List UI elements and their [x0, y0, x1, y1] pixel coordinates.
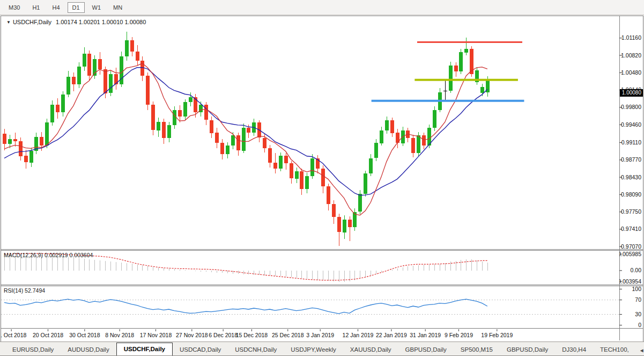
candle-body — [220, 143, 224, 154]
candle-body — [8, 139, 12, 144]
tab-usdcnh-daily[interactable]: USDCNH,Daily — [228, 344, 284, 355]
candle-body — [215, 133, 219, 143]
candles-layer — [3, 32, 490, 246]
candle-body — [279, 156, 283, 169]
timeframe-button-m30[interactable]: M30 — [4, 2, 25, 13]
tab-usdcad-daily[interactable]: USDCAD,Daily — [173, 344, 228, 355]
timeframe-button-d1[interactable]: D1 — [68, 2, 85, 13]
tab-usdjpy-weekly[interactable]: USDJPY,Weekly — [284, 344, 343, 355]
candle-body — [263, 138, 267, 148]
candle-body — [310, 158, 314, 176]
timeframe-button-w1[interactable]: W1 — [87, 2, 106, 13]
candle-body — [114, 74, 118, 84]
tab-gbpusd-daily[interactable]: GBPUSD,Daily — [398, 344, 454, 355]
date-label: 17 Nov 2018 — [140, 332, 172, 338]
axis-label: 0 — [638, 322, 641, 328]
timeframe-button-mn[interactable]: MN — [108, 2, 127, 13]
candle-body — [385, 120, 389, 130]
date-label: 8 Nov 2018 — [105, 332, 134, 338]
candle-body — [242, 128, 246, 151]
tab-dj30-h4[interactable]: DJ30,H4 — [555, 344, 593, 355]
axis-label: 1.00820 — [621, 52, 641, 59]
candle-body — [449, 66, 453, 91]
candle-body — [443, 91, 447, 91]
axis-label: 0.99800 — [621, 104, 641, 110]
tab-sp500-m15[interactable]: SP500,M15 — [454, 344, 500, 355]
macd-values: 0.002919 0.003604 — [45, 252, 93, 258]
candle-body — [464, 49, 468, 53]
candle-body — [24, 156, 28, 162]
date-label: 30 Oct 2018 — [69, 332, 100, 338]
date-label: 11 Oct 2018 — [1, 332, 27, 338]
main-chart[interactable] — [1, 16, 619, 249]
tab-eurusd-daily[interactable]: EURUSD,Daily — [5, 344, 61, 355]
axis-label: 70 — [635, 296, 641, 303]
candle-body — [130, 40, 134, 52]
candle-body — [459, 52, 463, 71]
candle-body — [358, 194, 362, 212]
rsi-line — [4, 299, 487, 314]
candle-body — [136, 52, 139, 61]
tab-tech100[interactable]: TECH100, — [593, 344, 636, 355]
axis-label: 30 — [635, 311, 641, 317]
date-label: 15 Dec 2018 — [236, 332, 268, 338]
candle-body — [300, 171, 304, 189]
candle-body — [295, 171, 299, 179]
chart-symbol-label: USDCHF,Daily — [13, 19, 51, 25]
ma-slow-line[interactable] — [4, 68, 487, 195]
candle-body — [183, 102, 187, 117]
candle-body — [480, 87, 484, 93]
candle-body — [146, 76, 150, 105]
axis-label: 0.00 — [631, 267, 642, 273]
candle-body — [348, 220, 352, 227]
candle-body — [167, 125, 171, 138]
macd-panel[interactable] — [1, 251, 619, 285]
macd-label: MACD(12,26,9) 0.002919 0.003604 — [4, 252, 93, 258]
date-label: 9 Feb 2019 — [445, 332, 473, 338]
candle-body — [40, 137, 43, 146]
candle-body — [162, 122, 166, 138]
date-axis[interactable]: 11 Oct 201820 Oct 201830 Oct 20188 Nov 2… — [1, 329, 619, 340]
macd-name: MACD(12,26,9) — [4, 252, 43, 258]
tab-gbpusd-daily[interactable]: GBPUSD,Daily — [500, 344, 555, 355]
mt4-application: M30H1H4D1W1MN ▼USDCHF,Daily1.00174 1.002… — [0, 0, 644, 356]
candle-body — [157, 122, 160, 130]
candle-body — [210, 120, 213, 133]
axis-label: 0.99110 — [621, 139, 641, 146]
tab-usdchf-daily[interactable]: USDCHF,Daily — [116, 343, 173, 355]
candle-body — [87, 54, 91, 76]
axis-label: 0.97070 — [621, 243, 641, 250]
candle-body — [77, 67, 81, 84]
candle-body — [189, 97, 193, 102]
scroll-tabs-left-icon[interactable]: ◄ — [639, 347, 644, 353]
chart-title: ▼USDCHF,Daily1.00174 1.00201 1.00010 1.0… — [6, 19, 146, 25]
tab-scroll-arrows: ◄► — [636, 347, 644, 355]
axis-label: 0.98090 — [621, 191, 641, 198]
candle-body — [45, 122, 49, 146]
date-label: 25 Dec 2018 — [272, 332, 304, 338]
date-label: 22 Jan 2019 — [376, 332, 407, 338]
rsi-panel[interactable] — [1, 286, 619, 328]
candle-body — [173, 110, 176, 125]
timeframe-button-h1[interactable]: H1 — [27, 2, 45, 13]
chart-window: ▼USDCHF,Daily1.00174 1.00201 1.00010 1.0… — [1, 16, 643, 342]
tab-audusd-daily[interactable]: AUDUSD,Daily — [61, 344, 116, 355]
axis-label: 0.005985 — [619, 251, 641, 257]
candle-body — [417, 135, 420, 153]
candle-body — [369, 158, 373, 173]
date-label: 20 Oct 2018 — [33, 332, 63, 338]
candle-body — [268, 148, 272, 163]
candle-body — [3, 134, 6, 144]
timeframe-button-h4[interactable]: H4 — [47, 2, 64, 13]
symbol-dropdown-icon[interactable]: ▼ — [6, 20, 11, 25]
candle-body — [327, 186, 330, 204]
candle-body — [29, 151, 33, 163]
axis-label: 0.99460 — [621, 121, 641, 128]
candle-body — [109, 74, 113, 93]
price-axis[interactable]: 1.011601.008201.004801.001400.998000.994… — [619, 16, 643, 340]
candle-body — [56, 105, 60, 112]
date-label: 12 Jan 2019 — [343, 332, 374, 338]
candle-body — [343, 220, 346, 233]
axis-label: 100 — [632, 286, 641, 292]
tab-xauusd-daily[interactable]: XAUUSD,Daily — [343, 344, 398, 355]
